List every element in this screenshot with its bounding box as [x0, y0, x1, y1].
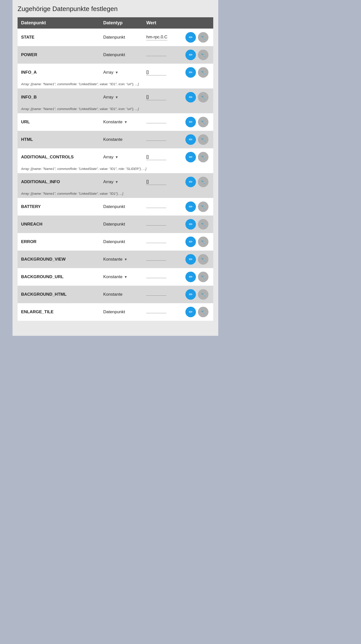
- wrench-icon: [201, 309, 206, 315]
- edit-button-power[interactable]: [185, 50, 196, 60]
- wrench-icon: [201, 274, 206, 280]
- row-type-error: Datenpunkt: [100, 233, 143, 251]
- pencil-icon: [189, 35, 193, 40]
- row-actions-battery: [182, 198, 213, 216]
- edit-button-url[interactable]: [185, 117, 196, 127]
- edit-button-background_view[interactable]: [185, 254, 196, 265]
- edit-button-enlarge_tile[interactable]: [185, 307, 196, 317]
- settings-button-power[interactable]: [198, 50, 208, 60]
- settings-button-additional_controls[interactable]: [198, 152, 208, 162]
- table-row: UNREACHDatenpunkt: [18, 216, 213, 233]
- settings-button-url[interactable]: [198, 117, 208, 127]
- settings-button-background_html[interactable]: [198, 289, 208, 300]
- settings-button-enlarge_tile[interactable]: [198, 307, 208, 317]
- settings-button-html[interactable]: [198, 134, 208, 145]
- pencil-icon: [189, 70, 193, 75]
- pencil-icon: [189, 94, 193, 100]
- pencil-icon: [189, 137, 193, 142]
- row-actions-error: [182, 233, 213, 251]
- table-row: ADDITIONAL_INFOArray ▼[]: [18, 173, 213, 191]
- row-value-unreach: [143, 216, 182, 233]
- row-value-info_a: []: [143, 64, 182, 81]
- row-value-background_html: [143, 286, 182, 303]
- pencil-icon: [189, 179, 193, 185]
- table-row: ENLARGE_TILEDatenpunkt: [18, 303, 213, 321]
- settings-button-background_view[interactable]: [198, 254, 208, 265]
- page-title: Zugehörige Datenpunkte festlegen: [13, 0, 218, 17]
- edit-button-html[interactable]: [185, 134, 196, 145]
- row-value-additional_controls: []: [143, 148, 182, 166]
- settings-button-additional_info[interactable]: [198, 177, 208, 187]
- row-type-battery: Datenpunkt: [100, 198, 143, 216]
- edit-button-additional_controls[interactable]: [185, 152, 196, 162]
- row-type-additional_info: Array ▼: [100, 173, 143, 191]
- dropdown-arrow-info_b[interactable]: ▼: [115, 95, 118, 99]
- table-header-row: Datenpunkt Datentyp Wert: [18, 17, 213, 29]
- row-value-url: [143, 113, 182, 131]
- edit-button-background_url[interactable]: [185, 272, 196, 282]
- settings-button-info_b[interactable]: [198, 92, 208, 102]
- row-name-battery: BATTERY: [18, 198, 100, 216]
- settings-button-state[interactable]: [198, 32, 208, 43]
- table-row: HTMLKonstante: [18, 131, 213, 148]
- settings-button-background_url[interactable]: [198, 272, 208, 282]
- subtext-cell-additional_controls: Array: [{name: "Name1", commonRole: "Lin…: [18, 166, 213, 173]
- row-name-error: ERROR: [18, 233, 100, 251]
- settings-button-error[interactable]: [198, 237, 208, 247]
- dropdown-arrow-additional_info[interactable]: ▼: [115, 180, 118, 184]
- row-type-background_html: Konstante: [100, 286, 143, 303]
- dropdown-arrow-background_url[interactable]: ▼: [124, 275, 127, 279]
- row-name-state: STATE: [18, 29, 100, 46]
- settings-button-battery[interactable]: [198, 201, 208, 212]
- table-wrapper: Datenpunkt Datentyp Wert STATEDatenpunkt…: [13, 17, 218, 321]
- dropdown-arrow-info_a[interactable]: ▼: [115, 70, 118, 74]
- subtext-cell-info_a: Array: [{name: "Name1", commonRole: "Lin…: [18, 81, 213, 88]
- pencil-icon: [189, 204, 193, 209]
- subtext-row-additional_info: Array: [{name: "Name1", commonRole: "Lin…: [18, 191, 213, 198]
- row-actions-state: [182, 29, 213, 46]
- edit-button-error[interactable]: [185, 237, 196, 247]
- edit-button-info_a[interactable]: [185, 67, 196, 78]
- row-value-additional_info: []: [143, 173, 182, 191]
- row-type-background_url: Konstante ▼: [100, 268, 143, 286]
- row-value-power: [143, 46, 182, 64]
- row-value-enlarge_tile: [143, 303, 182, 321]
- settings-button-info_a[interactable]: [198, 67, 208, 78]
- table-row: STATEDatenpunkthm-rpc.0.C: [18, 29, 213, 46]
- row-actions-html: [182, 131, 213, 148]
- edit-button-background_html[interactable]: [185, 289, 196, 300]
- edit-button-battery[interactable]: [185, 201, 196, 212]
- wrench-icon: [201, 222, 206, 227]
- row-actions-info_a: [182, 64, 213, 81]
- row-value-battery: [143, 198, 182, 216]
- edit-button-state[interactable]: [185, 32, 196, 43]
- row-name-unreach: UNREACH: [18, 216, 100, 233]
- pencil-icon: [189, 309, 193, 315]
- col-header-datenpunkt: Datenpunkt: [18, 17, 100, 29]
- dropdown-arrow-url[interactable]: ▼: [124, 120, 127, 124]
- edit-button-additional_info[interactable]: [185, 177, 196, 187]
- wrench-icon: [201, 70, 206, 75]
- subtext-row-info_a: Array: [{name: "Name1", commonRole: "Lin…: [18, 81, 213, 88]
- row-name-enlarge_tile: ENLARGE_TILE: [18, 303, 100, 321]
- dropdown-arrow-background_view[interactable]: ▼: [124, 257, 127, 261]
- col-header-wert: Wert: [143, 17, 182, 29]
- settings-button-unreach[interactable]: [198, 219, 208, 230]
- col-header-actions: [182, 17, 213, 29]
- table-row: BACKGROUND_VIEWKonstante ▼: [18, 251, 213, 268]
- edit-button-info_b[interactable]: [185, 92, 196, 102]
- wrench-icon: [201, 35, 206, 40]
- row-actions-enlarge_tile: [182, 303, 213, 321]
- col-header-datentyp: Datentyp: [100, 17, 143, 29]
- row-name-info_a: INFO_A: [18, 64, 100, 81]
- row-name-background_view: BACKGROUND_VIEW: [18, 251, 100, 268]
- table-row: ADDITIONAL_CONTROLSArray ▼[]: [18, 148, 213, 166]
- subtext-cell-info_b: Array: [{name: "Name1", commonRole: "Lin…: [18, 106, 213, 113]
- pencil-icon: [189, 292, 193, 297]
- pencil-icon: [189, 119, 193, 125]
- row-type-state: Datenpunkt: [100, 29, 143, 46]
- edit-button-unreach[interactable]: [185, 219, 196, 230]
- dropdown-arrow-additional_controls[interactable]: ▼: [115, 155, 118, 159]
- wrench-icon: [201, 239, 206, 245]
- row-value-error: [143, 233, 182, 251]
